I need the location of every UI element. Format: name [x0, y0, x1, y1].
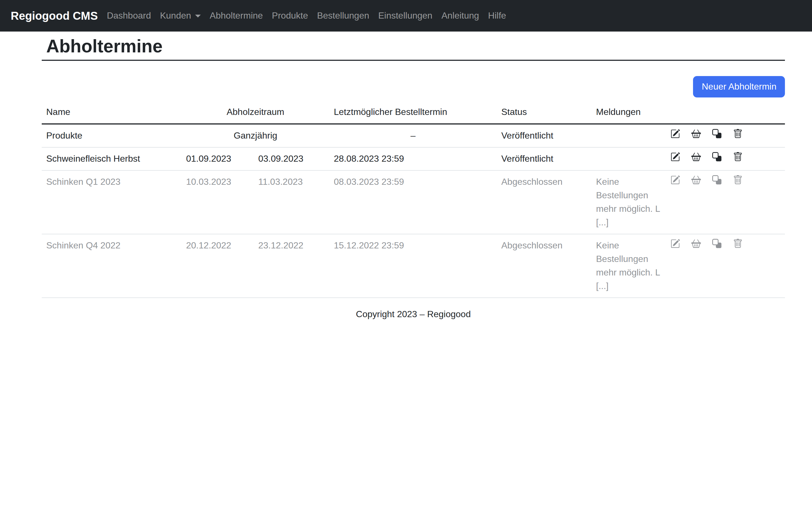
table-row: Schinken Q1 202310.03.202311.03.202308.0… — [42, 171, 785, 234]
new-abholtermin-button[interactable]: Neuer Abholtermin — [693, 76, 785, 98]
cell-status: Abgeschlossen — [497, 171, 592, 234]
cell-meldungen — [592, 124, 666, 148]
footer-copyright: Copyright 2023 – Regiogood — [42, 309, 785, 320]
col-header-bestelltermin: Letztmöglicher Bestelltermin — [329, 101, 497, 124]
basket-button[interactable] — [691, 129, 701, 139]
duplicate-icon — [712, 129, 722, 139]
col-header-name: Name — [42, 101, 182, 124]
title-divider — [42, 60, 785, 61]
col-header-actions — [666, 101, 785, 124]
cell-start-date: 10.03.2023 — [182, 171, 254, 234]
cell-name: Schinken Q1 2023 — [42, 171, 182, 234]
edit-button[interactable] — [670, 175, 680, 185]
duplicate-button[interactable] — [712, 239, 722, 249]
cell-bestelltermin: 15.12.2022 23:59 — [329, 234, 497, 298]
cell-start-date: 20.12.2022 — [182, 234, 254, 298]
nav-item-abholtermine[interactable]: Abholtermine — [205, 6, 267, 25]
basket-icon — [691, 129, 701, 139]
nav-item-einstellungen[interactable]: Einstellungen — [373, 6, 437, 25]
trash-icon — [733, 175, 743, 185]
duplicate-button[interactable] — [712, 175, 722, 185]
table-row: Schinken Q4 202220.12.202223.12.202215.1… — [42, 234, 785, 298]
basket-button[interactable] — [691, 152, 701, 162]
cell-bestelltermin: 08.03.2023 23:59 — [329, 171, 497, 234]
cell-bestelltermin: 28.08.2023 23:59 — [329, 148, 497, 171]
basket-icon — [691, 175, 701, 185]
pencil-square-icon — [670, 175, 680, 185]
cell-name: Produkte — [42, 124, 182, 148]
cell-meldungen — [592, 148, 666, 171]
trash-icon — [733, 129, 743, 139]
cell-actions — [666, 148, 785, 171]
cell-status: Veröffentlicht — [497, 124, 592, 148]
toolbar: Neuer Abholtermin — [42, 76, 785, 98]
trash-icon — [733, 152, 743, 162]
col-header-abholzeitraum: Abholzeitraum — [182, 101, 329, 124]
nav-item-dashboard[interactable]: Dashboard — [102, 6, 156, 25]
cell-end-date: 11.03.2023 — [254, 171, 329, 234]
cell-actions — [666, 234, 785, 298]
duplicate-icon — [712, 239, 722, 249]
trash-icon — [733, 239, 743, 249]
cell-end-date: 23.12.2022 — [254, 234, 329, 298]
cell-actions — [666, 124, 785, 148]
table-row: Schweinefleisch Herbst01.09.202303.09.20… — [42, 148, 785, 171]
caret-down-icon — [195, 14, 201, 17]
nav-item-produkte[interactable]: Produkte — [267, 6, 312, 25]
delete-button[interactable] — [733, 152, 743, 162]
cell-meldungen: Keine Bestellungen mehr möglich. L [...] — [592, 234, 666, 298]
pencil-square-icon — [670, 239, 680, 249]
basket-icon — [691, 152, 701, 162]
cell-name: Schweinefleisch Herbst — [42, 148, 182, 171]
edit-button[interactable] — [670, 239, 680, 249]
col-header-meldungen: Meldungen — [592, 101, 666, 124]
basket-button[interactable] — [691, 175, 701, 185]
table-header-row: Name Abholzeitraum Letztmöglicher Bestel… — [42, 101, 785, 124]
nav-item-anleitung[interactable]: Anleitung — [437, 6, 484, 25]
brand-logo[interactable]: Regiogood CMS — [11, 9, 98, 22]
basket-icon — [691, 239, 701, 249]
duplicate-icon — [712, 175, 722, 185]
page: Regiogood CMS DashboardKundenAbholtermin… — [0, 0, 812, 507]
main-content: Abholtermine Neuer Abholtermin Name Abho… — [42, 32, 785, 320]
col-header-status: Status — [497, 101, 592, 124]
cell-status: Abgeschlossen — [497, 234, 592, 298]
delete-button[interactable] — [733, 239, 743, 249]
duplicate-button[interactable] — [712, 129, 722, 139]
abholtermine-table: Name Abholzeitraum Letztmöglicher Bestel… — [42, 101, 785, 298]
pencil-square-icon — [670, 152, 680, 162]
cell-actions — [666, 171, 785, 234]
cell-name: Schinken Q4 2022 — [42, 234, 182, 298]
nav-item-bestellungen[interactable]: Bestellungen — [312, 6, 373, 25]
duplicate-icon — [712, 152, 722, 162]
nav-item-kunden[interactable]: Kunden — [155, 6, 205, 25]
edit-button[interactable] — [670, 152, 680, 162]
page-title: Abholtermine — [42, 36, 785, 57]
cell-abholzeitraum: Ganzjährig — [182, 124, 329, 148]
basket-button[interactable] — [691, 239, 701, 249]
navbar: Regiogood CMS DashboardKundenAbholtermin… — [0, 0, 812, 32]
cell-start-date: 01.09.2023 — [182, 148, 254, 171]
delete-button[interactable] — [733, 129, 743, 139]
cell-status: Veröffentlicht — [497, 148, 592, 171]
cell-bestelltermin: – — [329, 124, 497, 148]
edit-button[interactable] — [670, 129, 680, 139]
cell-end-date: 03.09.2023 — [254, 148, 329, 171]
nav-item-hilfe[interactable]: Hilfe — [484, 6, 511, 25]
cell-meldungen: Keine Bestellungen mehr möglich. L [...] — [592, 171, 666, 234]
pencil-square-icon — [670, 129, 680, 139]
delete-button[interactable] — [733, 175, 743, 185]
table-row: ProdukteGanzjährig–Veröffentlicht — [42, 124, 785, 148]
duplicate-button[interactable] — [712, 152, 722, 162]
main-nav: DashboardKundenAbholtermineProdukteBeste… — [102, 6, 511, 25]
